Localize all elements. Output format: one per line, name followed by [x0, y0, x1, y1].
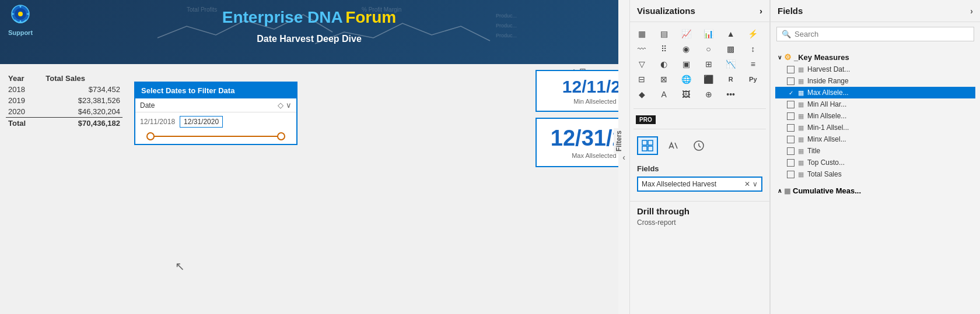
slicer-title: Select Dates to Filter Data: [141, 86, 235, 95]
field-top-custo[interactable]: ▦ Top Custo...: [775, 157, 975, 168]
cursor-indicator: ↖: [175, 259, 185, 273]
checkbox-inside-range[interactable]: [787, 77, 794, 85]
viz-funnel-icon[interactable]: ▽: [634, 57, 650, 71]
fields-panel-header: Fields ›: [771, 0, 980, 22]
checkbox-title[interactable]: [787, 147, 794, 155]
checkbox-max-allsele[interactable]: ✓: [787, 89, 794, 97]
viz-combo-chart-icon[interactable]: ⚡: [745, 27, 761, 41]
checkbox-min-allsele[interactable]: [787, 112, 794, 120]
field-label: Title: [807, 147, 820, 155]
checkbox-minx-allsel[interactable]: [787, 136, 794, 143]
format-tab-icon[interactable]: [663, 136, 684, 155]
collapse-viz-panel-button[interactable]: ‹: [618, 0, 630, 314]
viz-image-icon[interactable]: 🖼: [678, 87, 694, 101]
viz-slicer-icon[interactable]: ≡: [745, 57, 761, 71]
viz-line-bar-icon[interactable]: 〰: [634, 42, 650, 56]
viz-matrix-icon[interactable]: ⊠: [656, 72, 672, 86]
sales-table-area: Year Total Sales 2018 $734,452 2019 $23,…: [0, 64, 128, 314]
viz-map-icon[interactable]: 🌐: [678, 72, 694, 86]
viz-column-chart-icon[interactable]: 📊: [701, 27, 717, 41]
viz-table-icon[interactable]: ⊟: [634, 72, 650, 86]
checkbox-min1-allsel[interactable]: [787, 124, 794, 132]
viz-shape-icon[interactable]: ◆: [634, 87, 650, 101]
viz-gauge-icon[interactable]: ◐: [656, 57, 672, 71]
main-content: Year Total Sales 2018 $734,452 2019 $23,…: [0, 64, 618, 314]
viz-card-icon[interactable]: ▣: [678, 57, 694, 71]
viz-line-chart-icon[interactable]: 📈: [678, 27, 694, 41]
field-label: Top Custo...: [807, 158, 845, 167]
remove-field-icon[interactable]: ✕: [744, 180, 750, 188]
cumulative-group-header[interactable]: ∧ ▦ Cumulative Meas...: [775, 185, 975, 197]
field-label: Total Sales: [807, 170, 842, 178]
checkbox-total-sales[interactable]: [787, 171, 794, 178]
date-slider-track[interactable]: [135, 131, 296, 144]
header-section: Enterprise DNA Forum Date Harvest Deep D…: [0, 0, 618, 5]
field-min1-allsel[interactable]: ▦ Min-1 Allsel...: [775, 122, 975, 133]
field-minx-allsel[interactable]: ▦ Minx Allsel...: [775, 133, 975, 145]
field-title[interactable]: ▦ Title: [775, 145, 975, 157]
viz-waterfall-icon[interactable]: ↕: [745, 42, 761, 56]
field-min-allsele[interactable]: ▦ Min Allsele...: [775, 110, 975, 122]
field-inside-range[interactable]: ▦ Inside Range: [775, 75, 975, 87]
field-harvest-dat[interactable]: ▦ Harvest Dat...: [775, 63, 975, 75]
viz-multi-card-icon[interactable]: ⊞: [701, 57, 717, 71]
expand-fields-icon[interactable]: ›: [970, 6, 973, 16]
field-max-allsele[interactable]: ✓ ▦ Max Allsele...: [775, 87, 975, 98]
viz-scatter-icon[interactable]: ⠿: [656, 42, 672, 56]
fields-value-box[interactable]: Max Allselected Harvest ✕ ∨: [637, 177, 762, 192]
kpi-min-label: Min Allselected Harves: [548, 98, 618, 105]
field-total-sales[interactable]: ▦ Total Sales: [775, 168, 975, 180]
collapse-group-icon: ∧: [778, 188, 782, 194]
svg-rect-8: [642, 140, 647, 145]
fields-search-box[interactable]: 🔍: [776, 27, 974, 41]
checkbox-top-custo[interactable]: [787, 159, 794, 167]
checkbox-min-all-har[interactable]: [787, 101, 794, 108]
clear-slicer-icon[interactable]: ◇: [278, 101, 284, 110]
slider-line: [150, 136, 281, 137]
slicer-expand-icon[interactable]: ∨: [286, 101, 292, 110]
kpi-min-date-card: 12/11/2018 Min Allselected Harves: [536, 70, 618, 112]
date-label: Date: [140, 101, 155, 110]
table-row: 2019 $23,381,526: [6, 95, 123, 106]
viz-textbox-icon[interactable]: A: [656, 87, 672, 101]
pro-area: PRO: [630, 111, 769, 126]
analytics-tab-icon[interactable]: [688, 136, 709, 155]
field-min-all-har[interactable]: ▦ Min All Har...: [775, 98, 975, 110]
slider-handle-left[interactable]: [146, 132, 155, 140]
viz-bar-chart-icon[interactable]: ▤: [656, 27, 672, 41]
viz-filled-map-icon[interactable]: ⬛: [701, 72, 717, 86]
viz-area-chart-icon[interactable]: ▲: [723, 27, 739, 41]
svg-line-12: [675, 143, 677, 149]
field-chevron-icon[interactable]: ∨: [752, 180, 758, 188]
slider-handle-right[interactable]: [277, 132, 285, 140]
drill-through-label: Drill through: [637, 206, 762, 216]
svg-text:Produc...: Produc...: [496, 23, 517, 29]
slicer-end-date-input[interactable]: 12/31/2020: [180, 116, 223, 128]
svg-rect-11: [648, 146, 653, 151]
slicer-header: Select Dates to Filter Data: [135, 83, 296, 98]
search-input[interactable]: [794, 30, 969, 38]
viz-r-visual-icon[interactable]: R: [723, 72, 739, 86]
field-type-icon: ▦: [798, 112, 804, 120]
visualizations-panel: Visualizations › ▦ ▤ 📈 📊 ▲ ⚡ 〰 ⠿ ◉ ○ ▩ ↕…: [630, 0, 770, 314]
title-forum: Forum: [345, 8, 396, 26]
year-2020: 2020: [6, 106, 43, 118]
sales-2018: $734,452: [43, 84, 123, 95]
viz-donut-icon[interactable]: ○: [701, 42, 717, 56]
field-type-icon: ▦: [798, 66, 804, 73]
viz-treemap-icon[interactable]: ▩: [723, 42, 739, 56]
checkbox-harvest-dat[interactable]: [787, 66, 794, 73]
kpi-cards-container: 12/11/2018 Min Allselected Harves 12/31/…: [536, 70, 618, 167]
viz-kpi-icon[interactable]: 📉: [723, 57, 739, 71]
viz-stacked-bar-icon[interactable]: ▦: [634, 27, 650, 41]
fields-tab-icon[interactable]: [637, 136, 658, 155]
viz-button-icon[interactable]: ⊕: [701, 87, 717, 101]
viz-more-icon[interactable]: •••: [723, 87, 739, 101]
expand-viz-icon[interactable]: ›: [760, 6, 762, 16]
key-measures-label: _Key Measures: [794, 53, 849, 62]
slicer-kpi-area: ⊿ ⊞ ••• Select Dates to Filter Data Date…: [128, 64, 618, 314]
viz-python-icon[interactable]: Py: [745, 72, 761, 86]
viz-pie-chart-icon[interactable]: ◉: [678, 42, 694, 56]
field-type-icon: ▦: [798, 159, 804, 167]
key-measures-group-header[interactable]: ∨ ⚙ _Key Measures: [775, 51, 975, 63]
